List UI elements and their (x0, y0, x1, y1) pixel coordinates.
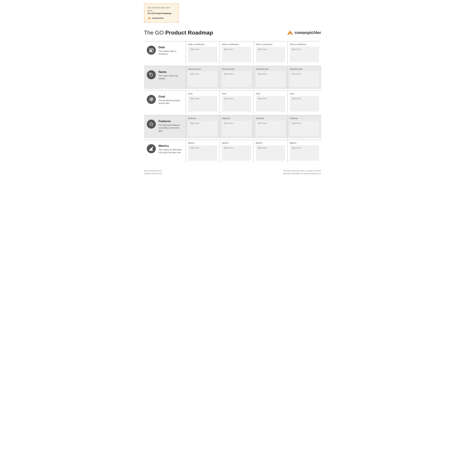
date-col-1-label: Date or timeframe (188, 43, 217, 46)
roadmap-grid: Date The release date or timeframe Date … (144, 41, 321, 163)
features-col-4-input[interactable]: Type here... (290, 121, 319, 136)
date-col-4-input[interactable]: Type here... (290, 47, 319, 62)
name-label-block: Name The name of the new release (144, 66, 186, 89)
features-col-3: Features Type here... (254, 115, 287, 138)
target-icon (149, 97, 154, 102)
date-col-3-label: Date or timeframe (256, 43, 285, 46)
page-title: The GO Product Roadmap (144, 30, 213, 36)
name-col-3-label: Name/version (256, 68, 285, 70)
name-col-1-label: Name/version (188, 68, 217, 70)
name-section-title: Name (159, 70, 183, 74)
metrics-col-3-input[interactable]: Type here... (256, 145, 285, 161)
metrics-columns: Metrics Type here... Metrics Type here..… (186, 140, 321, 163)
features-columns: Features Type here... Features Type here… (186, 115, 321, 138)
goal-col-1-input[interactable]: Type here... (188, 96, 217, 111)
header-logo: romanpichler (287, 30, 321, 36)
calendar-icon-circle (147, 46, 156, 55)
name-col-2-input[interactable]: Type here... (222, 71, 251, 87)
metrics-label-block: Metrics The metrics to determine if the … (144, 140, 186, 163)
features-col-3-input[interactable]: Type here... (256, 121, 285, 136)
promo-logo: romanpichler (148, 16, 175, 20)
svg-marker-18 (149, 122, 153, 126)
svg-rect-11 (151, 51, 152, 51)
date-col-1-input[interactable]: Type here... (188, 47, 217, 62)
features-col-2-input[interactable]: Type here... (222, 121, 251, 136)
name-col-2: Name/version Type here... (220, 66, 254, 89)
metrics-col-3-label: Metrics (256, 142, 285, 144)
goal-col-4: Goal Type here... (287, 91, 321, 114)
date-text-block: Date The release date or timeframe (159, 46, 183, 56)
page-header: The GO Product Roadmap romanpichler (144, 30, 321, 36)
date-col-3-input[interactable]: Type here... (256, 47, 285, 62)
goal-col-4-label: Goal (290, 92, 319, 95)
goal-col-1-label: Goal (188, 92, 217, 95)
features-col-4-label: Features (290, 117, 319, 120)
metrics-col-1-label: Metrics (188, 142, 217, 144)
features-text-block: Features The high-level features necessa… (159, 120, 183, 132)
metrics-col-1-input[interactable]: Type here... (188, 145, 217, 161)
goal-label-block: Goal The benefit the product should offe… (144, 91, 186, 114)
metrics-section-desc: The metrics to determine if the goal has… (159, 148, 183, 154)
goal-col-3: Goal Type here... (254, 91, 287, 114)
date-col-4-label: Date or timeframe (290, 43, 319, 46)
features-col-2: Features Type here... (220, 115, 254, 138)
metrics-col-4-input[interactable]: Type here... (290, 145, 319, 161)
features-col-2-label: Features (222, 117, 251, 120)
date-columns: Date or timeframe Type here... Date or t… (186, 41, 321, 64)
metrics-text-block: Metrics The metrics to determine if the … (159, 144, 183, 154)
star-icon-circle (147, 120, 156, 129)
features-col-1-input[interactable]: Type here... (188, 121, 217, 136)
tag-icon (149, 72, 154, 77)
metrics-col-2: Metrics Type here... (220, 140, 254, 163)
date-col-3: Date or timeframe Type here... (254, 41, 287, 64)
features-label-block: Features The high-level features necessa… (144, 115, 186, 138)
metrics-col-4: Metrics Type here... (287, 140, 321, 163)
footer-license-1: This work is licensed under a Creative C… (283, 170, 321, 172)
goal-col-4-input[interactable]: Type here... (290, 96, 319, 111)
features-section-title: Features (159, 120, 183, 123)
section-row-name: Name The name of the new release Name/ve… (144, 66, 321, 89)
metrics-col-3: Metrics Type here... (254, 140, 287, 163)
metrics-section-title: Metrics (159, 144, 183, 148)
goal-col-2-input[interactable]: Type here... (222, 96, 251, 111)
chart-icon-circle (147, 144, 156, 153)
section-row-goal: Goal The benefit the product should offe… (144, 91, 321, 114)
date-col-4: Date or timeframe Type here... (287, 41, 321, 64)
promo-logo-text: romanpichler (152, 17, 164, 19)
name-col-1: Name/version Type here... (186, 66, 220, 89)
goal-section-title: Goal (159, 95, 183, 98)
date-section-desc: The release date or timeframe (159, 50, 183, 56)
date-col-2: Date or timeframe Type here... (220, 41, 254, 64)
name-columns: Name/version Type here... Name/version T… (186, 66, 321, 89)
footer-left: www.romanpichler.com Template version 02… (144, 170, 162, 175)
goal-col-1: Goal Type here... (186, 91, 220, 114)
features-col-4: Features Type here... (287, 115, 321, 138)
name-col-1-input[interactable]: Type here... (188, 71, 217, 87)
name-col-4-input[interactable]: Type here... (290, 71, 319, 87)
rp-logo-icon-large (287, 30, 293, 36)
page-footer: www.romanpichler.com Template version 02… (144, 168, 321, 175)
star-icon (149, 122, 154, 127)
goal-col-3-label: Goal (256, 92, 285, 95)
goal-col-3-input[interactable]: Type here... (256, 96, 285, 111)
footer-version: Template version 02/20 (144, 172, 162, 175)
rp-logo-icon-small (148, 16, 151, 20)
goal-columns: Goal Type here... Goal Type here... Goal… (186, 91, 321, 114)
goal-text-block: Goal The benefit the product should offe… (159, 95, 183, 105)
name-col-2-label: Name/version (222, 68, 251, 70)
features-section-desc: The high-level features necessary to mee… (159, 124, 183, 132)
metrics-col-1: Metrics Type here... (186, 140, 220, 163)
goal-col-2: Goal Type here... (220, 91, 254, 114)
goal-section-desc: The benefit the product should offer (159, 99, 183, 105)
name-col-3-input[interactable]: Type here... (256, 71, 285, 87)
metrics-col-2-input[interactable]: Type here... (222, 145, 251, 161)
svg-rect-9 (151, 50, 152, 51)
date-col-2-input[interactable]: Type here... (222, 47, 251, 62)
name-col-4: Name/version Type here... (287, 66, 321, 89)
footer-license-2: Attribution-ShareAlike 4.0 Unincorporate… (283, 172, 321, 175)
date-label-block: Date The release date or timeframe (144, 41, 186, 64)
features-col-3-label: Features (256, 117, 285, 120)
promo-box: Click the link to learn more about The G… (144, 3, 179, 22)
date-col-1: Date or timeframe Type here... (186, 41, 220, 64)
header-logo-text: romanpichler (295, 30, 321, 35)
